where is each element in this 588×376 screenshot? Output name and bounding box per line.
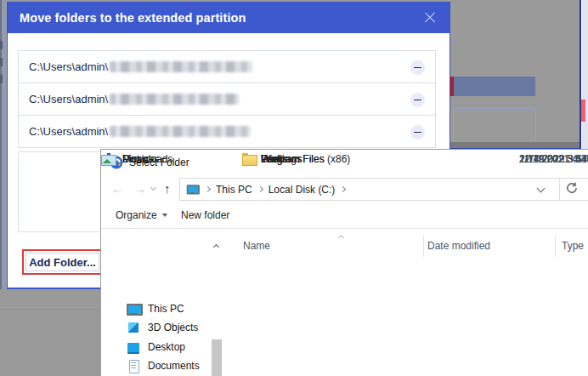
folder-icon bbox=[242, 153, 256, 165]
desktop-icon bbox=[127, 341, 141, 354]
column-separator[interactable] bbox=[423, 235, 424, 257]
back-arrow-icon[interactable]: ← bbox=[111, 181, 124, 197]
sidebar-item-3d-objects[interactable]: 3D Objects bbox=[127, 318, 232, 337]
folder-path-row: C:\Users\admin\ bbox=[18, 50, 436, 83]
column-header-date-modified[interactable]: Date modified bbox=[427, 240, 490, 252]
folder-path-text: C:\Users\admin\ bbox=[29, 93, 108, 105]
organize-button[interactable]: Organize bbox=[116, 209, 167, 221]
recent-locations-chevron-icon[interactable] bbox=[150, 185, 156, 191]
column-header-name[interactable]: Name bbox=[243, 240, 270, 252]
redacted-path-segment bbox=[110, 61, 252, 72]
remove-folder-icon[interactable] bbox=[410, 125, 425, 140]
background-red-highlight-right bbox=[581, 100, 585, 122]
sidebar-item-label: This PC bbox=[148, 303, 184, 315]
sidebar-item-label: 3D Objects bbox=[148, 322, 198, 333]
refresh-icon[interactable] bbox=[565, 181, 580, 197]
cube-icon bbox=[127, 322, 141, 334]
up-arrow-icon[interactable]: ↑ bbox=[164, 181, 171, 197]
redacted-path-segment bbox=[110, 94, 239, 105]
address-separator bbox=[559, 179, 560, 200]
folder-path-text: C:\Users\admin\ bbox=[29, 60, 108, 73]
remove-folder-icon[interactable] bbox=[410, 93, 425, 107]
explorer-toolbar: Organize New folder bbox=[101, 202, 588, 229]
sidebar-item-label: Documents bbox=[148, 360, 200, 372]
this-pc-icon bbox=[187, 185, 199, 195]
dialog-titlebar: Move folders to the extended partition bbox=[8, 3, 449, 33]
folder-path-row: C:\Users\admin\ bbox=[18, 115, 436, 148]
monitor-icon bbox=[127, 303, 141, 316]
column-separator[interactable] bbox=[555, 235, 556, 257]
file-row-windows[interactable]: Windows 2/14/2022 3:47 PM File folder bbox=[229, 150, 588, 168]
remove-folder-icon[interactable] bbox=[410, 60, 425, 75]
background-panel-outline bbox=[453, 108, 536, 145]
organize-dropdown-icon bbox=[162, 214, 167, 217]
document-icon bbox=[127, 360, 141, 373]
breadcrumb-segment[interactable]: Local Disk (C:) bbox=[269, 184, 336, 196]
organize-label: Organize bbox=[116, 209, 157, 221]
column-header-type[interactable]: Type bbox=[562, 240, 584, 252]
select-folder-dialog: Select Folder ← → ↑ This PC Local Disk (… bbox=[100, 149, 588, 376]
sort-ascending-icon bbox=[338, 235, 344, 241]
sidebar-item-label: Desktop bbox=[148, 341, 185, 353]
forward-arrow-icon[interactable]: → bbox=[133, 181, 146, 197]
background-window-right-border bbox=[580, 0, 581, 150]
address-bar[interactable]: This PC Local Disk (C:) bbox=[179, 178, 588, 201]
redacted-path-segment bbox=[110, 126, 251, 137]
background-sidebar-mark bbox=[0, 58, 3, 66]
background-red-highlight bbox=[450, 77, 454, 96]
explorer-nav-row: ← → ↑ This PC Local Disk (C:) bbox=[101, 175, 588, 202]
breadcrumb-segment[interactable]: This PC bbox=[216, 184, 252, 196]
add-folder-button[interactable]: Add Folder... bbox=[25, 253, 99, 271]
file-name: Windows bbox=[261, 153, 302, 165]
sidebar-item-this-pc[interactable]: This PC bbox=[127, 299, 232, 318]
sidebar-scroll-up-icon[interactable] bbox=[213, 244, 219, 250]
add-folder-highlight-box: Add Folder... bbox=[22, 249, 103, 275]
background-window-bottom-edge bbox=[446, 142, 581, 148]
background-sidebar-mark bbox=[0, 41, 3, 49]
folder-path-list: C:\Users\admin\ C:\Users\admin\ C:\Users… bbox=[18, 50, 436, 148]
dialog-title: Move folders to the extended partition bbox=[20, 11, 246, 25]
background-divider-line bbox=[0, 309, 100, 310]
background-button-bar bbox=[453, 77, 535, 96]
sidebar-item-label: Pictures bbox=[122, 153, 159, 165]
breadcrumb-chevron-icon[interactable] bbox=[257, 186, 263, 192]
folder-path-row: C:\Users\admin\ bbox=[18, 83, 436, 116]
screen: Move folders to the extended partition C… bbox=[0, 0, 588, 376]
background-sidebar-mark bbox=[0, 75, 3, 83]
new-folder-button[interactable]: New folder bbox=[181, 209, 229, 221]
sidebar-item-pictures[interactable]: Pictures bbox=[101, 150, 206, 168]
close-icon[interactable] bbox=[424, 12, 436, 24]
breadcrumb-chevron-icon[interactable] bbox=[340, 186, 346, 192]
background-right-strip bbox=[582, 0, 588, 150]
folder-path-text: C:\Users\admin\ bbox=[29, 125, 108, 138]
picture-icon bbox=[101, 153, 116, 166]
breadcrumb-chevron-icon[interactable] bbox=[205, 186, 211, 192]
sidebar-scrollbar-thumb[interactable] bbox=[212, 339, 222, 376]
file-date: 2/14/2022 3:47 PM bbox=[519, 153, 588, 165]
